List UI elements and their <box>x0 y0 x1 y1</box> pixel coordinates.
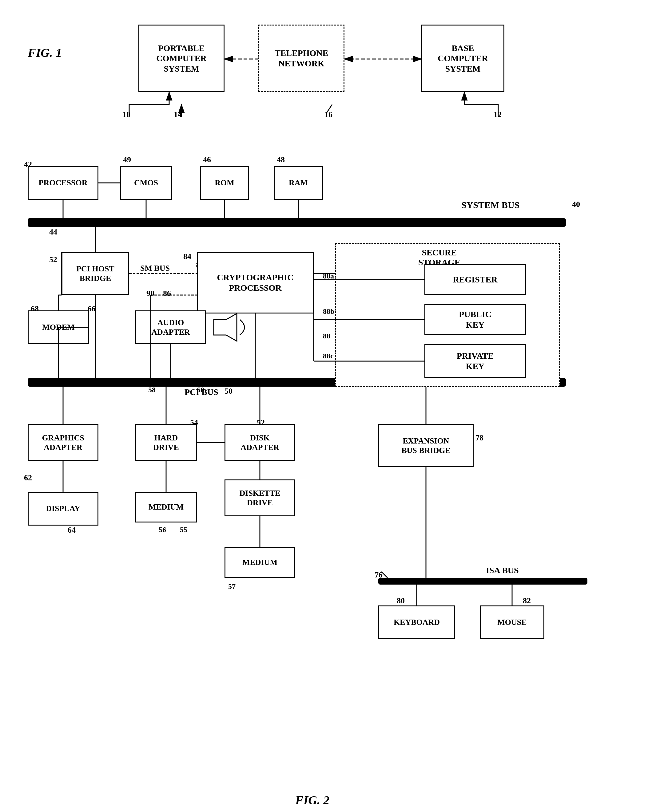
ref-60: 60 <box>197 386 204 394</box>
ref-54: 54 <box>190 418 198 427</box>
ref-64: 64 <box>68 526 76 535</box>
system-bus-bar <box>28 218 566 227</box>
cryptographic-processor-box: CRYPTOGRAPHIC PROCESSOR <box>197 252 314 313</box>
medium-bottom-box: MEDIUM <box>224 547 295 578</box>
ref-88b: 88b <box>323 307 334 316</box>
audio-adapter-box: AUDIO ADAPTER <box>135 310 206 344</box>
telephone-network-label: TELEPHONE NETWORK <box>275 48 328 68</box>
portable-computer-box: PORTABLE COMPUTER SYSTEM <box>138 25 224 92</box>
ref-10: 10 <box>122 110 130 119</box>
hard-drive-box: HARD DRIVE <box>135 424 197 461</box>
ref-50: 50 <box>224 387 232 396</box>
ref-52-pci: 52 <box>49 255 57 264</box>
ref-49: 49 <box>123 155 131 164</box>
ram-box: RAM <box>274 166 323 200</box>
diskette-drive-box: DISKETTE DRIVE <box>224 479 295 516</box>
expansion-bus-bridge-label: EXPANSION BUS BRIDGE <box>401 436 450 455</box>
ref-76: 76 <box>374 570 382 580</box>
base-computer-label: BASE COMPUTER SYSTEM <box>438 43 488 74</box>
keyboard-box: KEYBOARD <box>378 605 455 639</box>
private-key-label: PRIVATE KEY <box>457 351 494 371</box>
ref-62: 62 <box>24 473 32 483</box>
modem-box: MODEM <box>28 310 89 344</box>
diskette-drive-label: DISKETTE DRIVE <box>240 488 280 508</box>
cmos-label: CMOS <box>134 178 158 187</box>
svg-marker-27 <box>214 313 237 341</box>
hard-drive-label: HARD DRIVE <box>153 433 179 452</box>
processor-box: PROCESSOR <box>28 166 98 200</box>
pci-host-bridge-box: PCI HOST BRIDGE <box>62 252 129 295</box>
mouse-box: MOUSE <box>480 605 545 639</box>
diagram-arrows <box>0 0 656 812</box>
ref-57: 57 <box>228 582 235 591</box>
diagram-container: FIG. 1 PORTABLE COMPUTER SYSTEM TELEPHON… <box>0 0 656 812</box>
graphics-adapter-box: GRAPHICS ADAPTER <box>28 424 98 461</box>
audio-adapter-label: AUDIO ADAPTER <box>151 318 190 337</box>
ref-40: 40 <box>572 200 580 209</box>
medium-bottom-label: MEDIUM <box>242 557 277 567</box>
ref-88c: 88c <box>323 352 334 360</box>
ref-14: 14 <box>174 110 182 119</box>
private-key-box: PRIVATE KEY <box>424 344 526 378</box>
system-bus-label: SYSTEM BUS <box>461 200 520 210</box>
ref-88a: 88a <box>323 272 334 280</box>
isa-bus-bar <box>378 578 588 585</box>
rom-label: ROM <box>215 178 234 187</box>
mouse-label: MOUSE <box>497 617 526 627</box>
ref-55: 55 <box>180 526 187 534</box>
pci-host-bridge-label: PCI HOST BRIDGE <box>76 264 114 283</box>
disk-adapter-label: DISK ADAPTER <box>240 433 279 452</box>
ref-84: 84 <box>183 252 191 261</box>
cryptographic-processor-label: CRYPTOGRAPHIC PROCESSOR <box>217 272 294 293</box>
fig1-label: FIG. 1 <box>28 45 62 60</box>
cmos-box: CMOS <box>120 166 172 200</box>
ref-86: 86 <box>163 289 171 298</box>
ref-56: 56 <box>159 526 166 534</box>
ref-48: 48 <box>277 155 285 164</box>
telephone-network-box: TELEPHONE NETWORK <box>258 25 345 92</box>
modem-label: MODEM <box>42 323 74 332</box>
display-label: DISPLAY <box>46 504 80 513</box>
ref-16: 16 <box>325 110 333 119</box>
ref-46: 46 <box>203 155 211 164</box>
ref-58: 58 <box>148 386 156 394</box>
ref-80: 80 <box>397 596 405 605</box>
processor-label: PROCESSOR <box>39 178 88 187</box>
ref-82: 82 <box>523 596 531 605</box>
display-box: DISPLAY <box>28 492 98 526</box>
public-key-label: PUBLIC KEY <box>459 309 492 330</box>
fig2-label: FIG. 2 <box>295 793 330 807</box>
public-key-box: PUBLIC KEY <box>424 304 526 335</box>
rom-box: ROM <box>200 166 249 200</box>
ref-42: 42 <box>24 160 32 169</box>
ref-52-disk: 52 <box>257 418 265 427</box>
expansion-bus-bridge-box: EXPANSION BUS BRIDGE <box>378 424 473 467</box>
graphics-adapter-label: GRAPHICS ADAPTER <box>42 433 84 452</box>
register-label: REGISTER <box>453 275 498 285</box>
ref-78: 78 <box>475 433 483 443</box>
ref-66: 66 <box>88 304 96 313</box>
ram-label: RAM <box>289 178 308 187</box>
keyboard-label: KEYBOARD <box>394 617 440 627</box>
ref-44: 44 <box>49 227 57 237</box>
ref-88: 88 <box>323 332 330 340</box>
portable-computer-label: PORTABLE COMPUTER SYSTEM <box>156 43 206 74</box>
sm-bus-label: SM BUS <box>140 264 170 273</box>
register-box: REGISTER <box>424 264 526 295</box>
base-computer-box: BASE COMPUTER SYSTEM <box>421 25 504 92</box>
medium-top-box: MEDIUM <box>135 492 197 522</box>
ref-90: 90 <box>146 289 155 298</box>
disk-adapter-box: DISK ADAPTER <box>224 424 295 461</box>
ref-68: 68 <box>31 304 39 313</box>
ref-12: 12 <box>494 110 501 119</box>
isa-bus-label: ISA BUS <box>486 565 519 575</box>
medium-top-label: MEDIUM <box>149 502 184 512</box>
